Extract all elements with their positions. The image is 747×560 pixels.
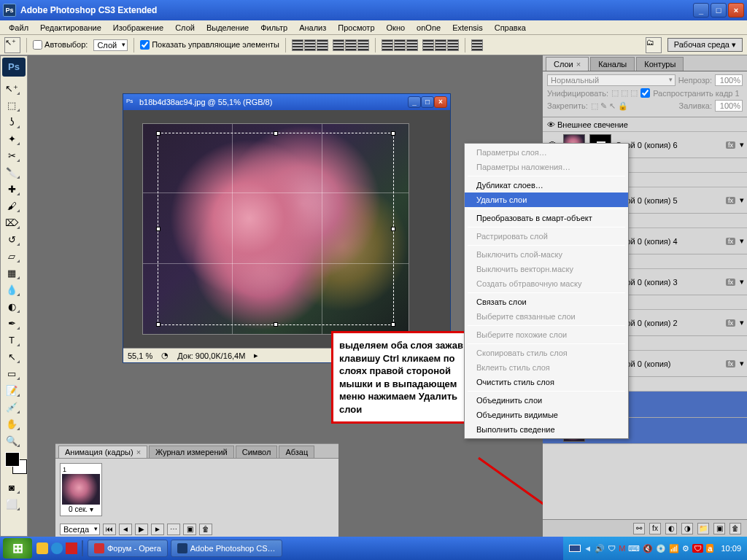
screenmode-toggle[interactable]: ⬜: [2, 496, 21, 512]
animation-frame[interactable]: 1 0 сек. ▾: [60, 463, 102, 516]
move-tool[interactable]: ↖⁺: [2, 80, 21, 96]
ctx-item[interactable]: Выполнить сведение: [465, 422, 628, 437]
menu-просмотр[interactable]: Просмотр: [332, 22, 380, 34]
minimize-button[interactable]: _: [693, 3, 709, 18]
doc-maximize-button[interactable]: □: [421, 96, 434, 108]
ctx-item[interactable]: Объединить слои: [465, 393, 628, 408]
quicklaunch-icon2[interactable]: [66, 542, 77, 554]
shape-tool[interactable]: ▭: [2, 365, 21, 381]
start-button[interactable]: ⊞: [3, 538, 32, 559]
document-canvas[interactable]: [123, 110, 450, 348]
slice-tool[interactable]: 🔪: [2, 164, 21, 180]
gradient-tool[interactable]: ▦: [2, 265, 21, 281]
next-frame-button[interactable]: ►: [151, 524, 164, 535]
ctx-item[interactable]: Объединить видимые: [465, 408, 628, 422]
close-button[interactable]: ×: [728, 3, 744, 18]
menu-справка[interactable]: Справка: [489, 22, 532, 34]
new-frame-button[interactable]: ▣: [183, 524, 196, 535]
anim-tab[interactable]: Абзац: [279, 446, 314, 458]
stamp-tool[interactable]: ⌦: [2, 214, 21, 230]
anim-tab[interactable]: Журнал измерений: [149, 446, 234, 458]
autoselect-dropdown[interactable]: Слой: [93, 39, 128, 51]
play-button[interactable]: ▶: [135, 524, 148, 535]
document-titlebar[interactable]: Ps b18b4d38ac94.jpg @ 55,1% (RGB/8) _ □ …: [123, 94, 450, 110]
type-tool[interactable]: T: [2, 332, 21, 348]
palette-icon[interactable]: 🗂: [646, 37, 662, 53]
menu-изображение[interactable]: Изображение: [107, 22, 169, 34]
ctx-item[interactable]: Очистить стиль слоя: [465, 375, 628, 389]
menu-анализ[interactable]: Анализ: [293, 22, 332, 34]
distribute-icons[interactable]: [382, 39, 459, 51]
history-brush-tool[interactable]: ↺: [2, 231, 21, 247]
doc-close-button[interactable]: ×: [434, 96, 447, 108]
menu-слой[interactable]: Слой: [169, 22, 201, 34]
quicklaunch-icon[interactable]: [36, 542, 48, 554]
workspace-button[interactable]: Рабочая среда ▾: [667, 38, 743, 52]
menu-файл[interactable]: Файл: [3, 22, 34, 34]
delete-frame-button[interactable]: 🗑: [199, 524, 212, 535]
menu-редактирование[interactable]: Редактирование: [34, 22, 107, 34]
first-frame-button[interactable]: ⏮: [103, 524, 116, 535]
system-tray[interactable]: ◄ 🔊🛡M⌨ 🔇💿📶⚙ 🛡 a 10:09: [563, 537, 747, 560]
arrange-icon[interactable]: [471, 39, 483, 51]
prev-frame-button[interactable]: ◄: [119, 524, 132, 535]
show-controls-checkbox[interactable]: Показать управляющие элементы: [140, 40, 279, 50]
mask-icon[interactable]: ◐: [665, 523, 677, 534]
group-icon[interactable]: 📁: [697, 523, 709, 534]
delete-layer-icon[interactable]: 🗑: [729, 523, 741, 534]
menu-выделение[interactable]: Выделение: [201, 22, 255, 34]
path-tool[interactable]: ↖: [2, 349, 21, 365]
autoselect-checkbox[interactable]: Автовыбор:: [33, 40, 88, 50]
panel-tab[interactable]: Каналы: [590, 57, 635, 71]
blend-mode-dropdown[interactable]: Нормальный: [547, 74, 676, 86]
anim-tab[interactable]: Анимация (кадры)×: [58, 446, 147, 458]
ctx-item[interactable]: Удалить слои: [465, 192, 628, 207]
blur-tool[interactable]: 💧: [2, 281, 21, 298]
hand-tool[interactable]: ✋: [2, 416, 21, 432]
ctx-item[interactable]: Дубликат слоев…: [465, 178, 628, 192]
align-icons[interactable]: [292, 39, 369, 51]
anim-tab[interactable]: Символ: [236, 446, 278, 458]
zoom-tool[interactable]: 🔍: [2, 432, 21, 448]
dodge-tool[interactable]: ◐: [2, 298, 21, 314]
fill-input[interactable]: 100%: [715, 100, 743, 112]
quickmask-toggle[interactable]: ◙: [2, 479, 21, 495]
zoom-value[interactable]: 55,1 %: [128, 351, 152, 360]
effect-row[interactable]: 👁 Внешнее свечение: [543, 117, 747, 132]
frame-time[interactable]: 0 сек. ▾: [62, 505, 100, 514]
menu-окно[interactable]: Окно: [381, 22, 411, 34]
heal-tool[interactable]: ✚: [2, 181, 21, 197]
propagate-checkbox[interactable]: [640, 88, 650, 98]
ctx-item[interactable]: Связать слои: [465, 295, 628, 309]
link-layers-icon[interactable]: ⚯: [633, 523, 645, 534]
menu-onone[interactable]: onOne: [411, 22, 446, 34]
notes-tool[interactable]: 📝: [2, 382, 21, 398]
adjust-icon[interactable]: ◑: [681, 523, 693, 534]
color-swatch[interactable]: [2, 449, 26, 478]
eraser-tool[interactable]: ▱: [2, 248, 21, 264]
taskbar-item[interactable]: Adobe Photoshop CS…: [171, 540, 282, 557]
marquee-tool[interactable]: ⬚: [2, 97, 21, 113]
pen-tool[interactable]: ✒: [2, 315, 21, 331]
current-tool-icon[interactable]: ↖⁺: [4, 37, 20, 53]
lasso-tool[interactable]: ʖ: [2, 114, 21, 130]
maximize-button[interactable]: □: [711, 3, 727, 18]
menu-extensis[interactable]: Extensis: [446, 22, 489, 34]
panel-tab[interactable]: Контуры: [636, 57, 684, 71]
opacity-input[interactable]: 100%: [715, 74, 743, 86]
taskbar-item[interactable]: Форум - Opera: [88, 540, 168, 557]
brush-tool[interactable]: 🖌: [2, 198, 21, 214]
transform-box[interactable]: [158, 133, 394, 325]
quicklaunch-ie-icon[interactable]: [51, 542, 63, 554]
loop-dropdown[interactable]: Всегда: [60, 524, 100, 535]
menu-фильтр[interactable]: Фильтр: [255, 22, 293, 34]
eyedrop-tool[interactable]: 💉: [2, 399, 21, 415]
fx-icon[interactable]: fx: [649, 523, 661, 534]
doc-minimize-button[interactable]: _: [408, 96, 421, 108]
tween-button[interactable]: ⋯: [167, 524, 180, 535]
panel-tab[interactable]: Слои×: [546, 57, 589, 71]
crop-tool[interactable]: ✂: [2, 147, 21, 163]
new-layer-icon[interactable]: ▣: [713, 523, 725, 534]
ctx-item[interactable]: Преобразовать в смарт-объект: [465, 211, 628, 225]
wand-tool[interactable]: ✦: [2, 131, 21, 147]
